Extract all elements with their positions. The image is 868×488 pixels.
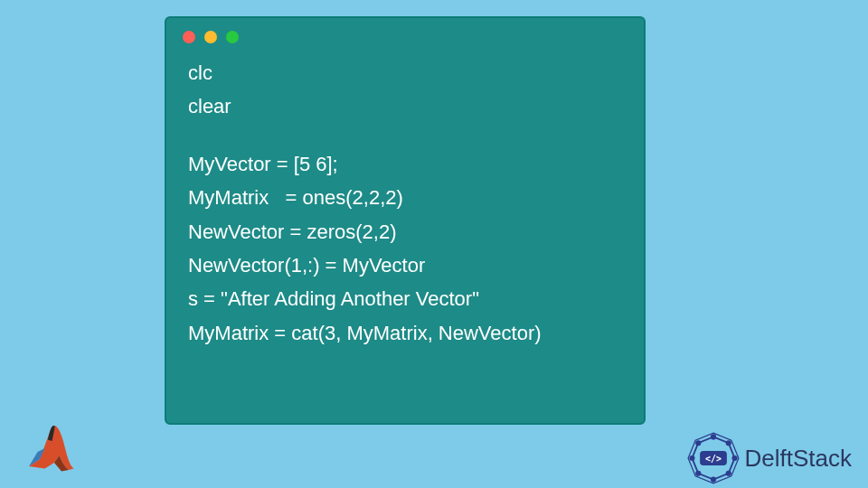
code-line: MyMatrix = cat(3, MyMatrix, NewVector) [188,316,622,350]
code-content: clc clear MyVector = [5 6]; MyMatrix = o… [166,49,644,357]
maximize-icon [226,31,239,43]
svg-point-2 [710,434,715,439]
svg-text:</>: </> [705,454,722,464]
code-window: clc clear MyVector = [5 6]; MyMatrix = o… [165,16,646,425]
matlab-icon-svg [14,412,87,484]
matlab-logo-icon [14,412,87,484]
svg-point-5 [725,471,731,476]
code-line: s = "After Adding Another Vector" [188,282,622,315]
delftstack-label: DelftStack [745,445,853,473]
svg-point-7 [695,471,701,476]
code-line: clear [188,89,622,123]
code-line: clc [188,56,622,89]
delftstack-brand: </> DelftStack [685,430,853,486]
close-icon [183,31,195,43]
minimize-icon [204,31,217,43]
code-line: NewVector = zeros(2,2) [188,215,622,249]
blank-line [188,124,622,147]
delftstack-logo-icon: </> [685,430,741,486]
code-line: MyVector = [5 6]; [188,147,622,181]
code-line: MyMatrix = ones(2,2,2) [188,181,622,214]
code-line: NewVector(1,:) = MyVector [188,249,622,282]
svg-point-9 [695,440,701,446]
svg-point-3 [725,440,731,446]
svg-point-6 [710,476,715,482]
svg-point-4 [731,455,737,461]
svg-point-8 [689,455,694,461]
window-controls [166,18,644,49]
